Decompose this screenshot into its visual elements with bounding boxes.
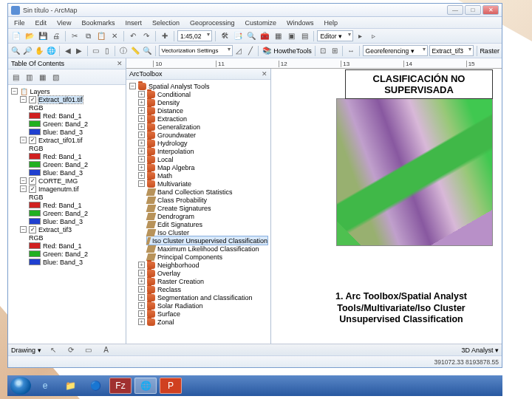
search-icon[interactable]: 🔍 <box>245 30 257 42</box>
select-features-icon[interactable]: ▭ <box>91 45 100 57</box>
tool-item[interactable]: Create Signatures <box>147 204 267 212</box>
analyst3d-dropdown[interactable]: 3D Analyst ▾ <box>461 347 499 354</box>
task-filezilla-icon[interactable]: Fz <box>109 378 132 394</box>
snap-icon[interactable]: ⊡ <box>318 45 328 57</box>
vect-icon[interactable]: ◿ <box>234 45 244 57</box>
toolset-item[interactable]: +Surface <box>138 310 267 318</box>
band-item[interactable]: Blue: Band_3 <box>29 128 123 136</box>
raster-label[interactable]: Raster <box>480 47 499 55</box>
delete-icon[interactable]: ✕ <box>109 30 120 42</box>
tool-item[interactable]: Edit Signatures <box>147 220 267 228</box>
arrow-icon[interactable]: ↔ <box>346 45 355 57</box>
band-item[interactable]: Red: Band_1 <box>29 242 123 250</box>
layer-item[interactable]: −✓Imagenutm.tif <box>20 185 123 193</box>
toolset-item[interactable]: +Map Algebra <box>138 163 267 171</box>
rectangle-icon[interactable]: ▭ <box>83 344 95 356</box>
band-item[interactable]: Green: Band_2 <box>29 250 123 258</box>
tool-item[interactable]: Dendrogram <box>147 212 267 220</box>
measure-icon[interactable]: 📏 <box>130 45 140 57</box>
band-item[interactable]: Red: Band_1 <box>29 112 123 120</box>
toolset-item[interactable]: +Math <box>138 171 267 180</box>
howthe-icon[interactable]: 📚 <box>262 45 272 57</box>
band-item[interactable]: Green: Band_2 <box>29 209 123 217</box>
menu-selection[interactable]: Selection <box>148 19 184 27</box>
snap2-icon[interactable]: ⊞ <box>330 45 339 57</box>
task-chrome-icon[interactable]: 🔵 <box>84 378 106 394</box>
drawing-dropdown[interactable]: Drawing ▾ <box>11 347 41 354</box>
layer-item[interactable]: −✓Extract_tif3 <box>20 225 123 233</box>
edit-tool-icon[interactable]: ▸ <box>355 30 366 42</box>
satellite-image[interactable] <box>336 98 493 246</box>
layer-item[interactable]: −✓Extract_tif01.tif <box>20 95 123 103</box>
toolset-item[interactable]: +Neighborhood <box>138 261 267 269</box>
next-extent-icon[interactable]: ▶ <box>74 45 83 57</box>
task-arcmap-icon[interactable]: 🌐 <box>134 378 157 394</box>
print-icon[interactable]: 🖨 <box>50 30 62 42</box>
task-ie-icon[interactable]: e <box>34 378 56 394</box>
add-data-icon[interactable]: ✚ <box>159 30 171 42</box>
toolset-item[interactable]: −Multivariate <box>138 180 267 188</box>
toolset-item[interactable]: +Zonal <box>138 318 267 326</box>
full-extent-icon[interactable]: 🌐 <box>46 45 56 57</box>
cut-icon[interactable]: ✂ <box>69 30 81 42</box>
maximize-button[interactable]: □ <box>465 5 481 15</box>
toc-close-icon[interactable]: ✕ <box>117 60 123 67</box>
start-button[interactable] <box>10 377 31 395</box>
catalog-icon[interactable]: 📑 <box>232 30 244 42</box>
task-powerpoint-icon[interactable]: P <box>160 378 182 394</box>
band-item[interactable]: Blue: Band_3 <box>29 217 123 225</box>
list-by-visibility-icon[interactable]: ▦ <box>36 71 48 83</box>
close-button[interactable]: ✕ <box>482 5 499 15</box>
toolset-item[interactable]: +Density <box>138 98 267 106</box>
copy-icon[interactable]: ⧉ <box>82 30 94 42</box>
list-by-selection-icon[interactable]: ▧ <box>50 71 61 83</box>
menu-customize[interactable]: Customize <box>241 19 282 27</box>
georef-target-combo[interactable]: Extract_tif3 <box>429 45 474 56</box>
minimize-button[interactable]: — <box>447 5 463 15</box>
toolset-item[interactable]: +Reclass <box>138 285 267 293</box>
menu-file[interactable]: File <box>10 19 30 27</box>
editor-toolbar-icon[interactable]: 🛠 <box>219 30 231 42</box>
layer-item[interactable]: −✓CORTE_IMG <box>20 177 123 185</box>
menu-help[interactable]: Help <box>320 19 343 27</box>
toolset-item[interactable]: +Extraction <box>138 115 267 123</box>
georef-dropdown[interactable]: Georeferencing ▾ <box>363 45 428 56</box>
list-by-drawing-icon[interactable]: ▤ <box>10 71 21 83</box>
toolset-item[interactable]: +Overlay <box>138 269 267 277</box>
undo-icon[interactable]: ↶ <box>127 30 139 42</box>
save-icon[interactable]: 💾 <box>37 30 49 42</box>
tool-item[interactable]: Band Collection Statistics <box>147 188 267 196</box>
prev-extent-icon[interactable]: ◀ <box>63 45 72 57</box>
howthe-label[interactable]: HowtheTools <box>273 47 312 55</box>
paste-icon[interactable]: 📋 <box>95 30 107 42</box>
text-icon[interactable]: A <box>100 344 112 356</box>
python-icon[interactable]: ▦ <box>272 30 284 42</box>
rotate-icon[interactable]: ⟳ <box>65 344 77 356</box>
menu-bookmarks[interactable]: Bookmarks <box>77 19 119 27</box>
edit-vertices-icon[interactable]: ▹ <box>368 30 380 42</box>
vect-icon2[interactable]: ╱ <box>245 45 255 57</box>
band-item[interactable]: Blue: Band_3 <box>29 258 123 266</box>
arctoolbox-icon[interactable]: 🧰 <box>259 30 270 42</box>
toolset-item[interactable]: +Interpolation <box>138 147 267 155</box>
scale-combo[interactable]: 1:45,02 <box>177 30 212 41</box>
pan-icon[interactable]: ✋ <box>34 45 44 57</box>
tool-item[interactable]: Iso Cluster Unsupervised Classification <box>147 236 267 245</box>
tool-item[interactable]: Maximum Likelihood Classification <box>147 245 267 253</box>
results-icon[interactable]: ▤ <box>299 30 310 42</box>
tool-item[interactable]: Class Probability <box>147 196 267 204</box>
toolset-item[interactable]: +Local <box>138 155 267 163</box>
band-item[interactable]: Blue: Band_3 <box>29 168 123 177</box>
toolset-item[interactable]: +Conditional <box>138 90 267 98</box>
modelbuilder-icon[interactable]: ▣ <box>285 30 297 42</box>
open-icon[interactable]: 📂 <box>24 30 35 42</box>
menu-edit[interactable]: Edit <box>31 19 52 27</box>
menu-windows[interactable]: Windows <box>282 19 318 27</box>
select-elem-icon[interactable]: ↖ <box>47 344 59 356</box>
toolset-item[interactable]: +Generalization <box>138 123 267 131</box>
redo-icon[interactable]: ↷ <box>140 30 152 42</box>
task-explorer-icon[interactable]: 📁 <box>59 378 81 394</box>
toolset-item[interactable]: +Solar Radiation <box>138 301 267 310</box>
band-item[interactable]: Red: Band_1 <box>29 152 123 160</box>
band-item[interactable]: Green: Band_2 <box>29 120 123 128</box>
